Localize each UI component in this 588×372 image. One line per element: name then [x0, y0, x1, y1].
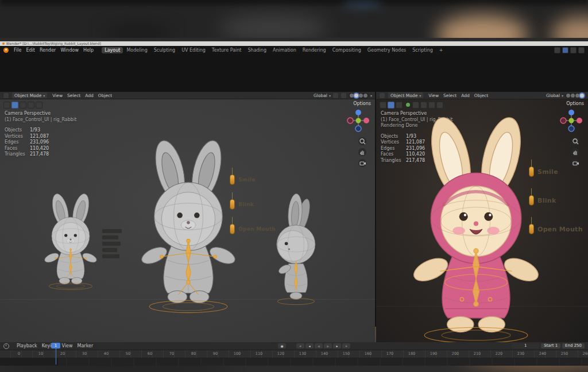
filter-icon[interactable] [570, 47, 577, 53]
rig-label[interactable] [102, 254, 119, 258]
viewport-menu-object[interactable]: Object [472, 93, 490, 98]
workspace-tab-modeling[interactable]: Modeling [123, 47, 150, 53]
slider-handle-icon[interactable] [529, 195, 534, 206]
menu-help[interactable]: Help [81, 48, 96, 53]
zoom-icon[interactable] [358, 137, 366, 145]
navigation-gizmo[interactable] [346, 108, 370, 133]
viewport-menu-view[interactable]: View [50, 93, 65, 98]
pan-hand-icon[interactable] [571, 148, 579, 156]
viewport-menu-select[interactable]: Select [65, 93, 83, 98]
navigation-gizmo[interactable] [559, 108, 583, 133]
workspace-tab-+[interactable]: + [436, 47, 446, 53]
shading-toggle-icon[interactable] [436, 102, 443, 108]
wireframe-shading-icon[interactable] [566, 94, 570, 98]
rig-label[interactable] [102, 242, 121, 246]
cursor-tool-icon[interactable] [11, 102, 18, 108]
rig-label[interactable] [102, 229, 122, 233]
orientation-dropdown[interactable]: Global [314, 93, 327, 98]
zoom-icon[interactable] [571, 137, 579, 145]
options-dropdown[interactable]: Options [566, 101, 584, 106]
viewport-left[interactable]: Camera Perspective (1) Face_Control_UI |… [0, 99, 375, 342]
material-shading-icon[interactable] [359, 94, 363, 98]
workspace-tab-compositing[interactable]: Compositing [330, 47, 364, 53]
snap-magnet-icon[interactable] [332, 92, 339, 99]
next-keyframe-button[interactable]: ▸ [333, 343, 341, 348]
menu-window[interactable]: Window [58, 48, 81, 53]
move-tool-icon[interactable] [396, 102, 403, 108]
viewport-menu-view[interactable]: View [426, 93, 441, 98]
scene-selector-icon[interactable] [554, 47, 560, 53]
jump-to-start-button[interactable]: « [296, 343, 304, 348]
current-frame-field[interactable]: 1 [512, 343, 539, 348]
slider-handle-icon[interactable] [529, 224, 534, 234]
blender-logo-icon[interactable] [3, 48, 9, 53]
viewport-menu-select[interactable]: Select [441, 93, 459, 98]
play-reverse-button[interactable]: ◃ [315, 343, 323, 348]
rig-label[interactable] [102, 248, 117, 252]
menu-edit[interactable]: Edit [24, 48, 37, 53]
slider-handle-icon[interactable] [529, 166, 534, 177]
mode-dropdown[interactable]: Object Mode ▾ [12, 92, 47, 98]
camera-view-icon[interactable] [358, 159, 366, 167]
workspace-tab-shading[interactable]: Shading [245, 47, 269, 53]
slider-handle-icon[interactable] [230, 199, 235, 210]
overlay-toggle-icon[interactable] [420, 102, 427, 108]
timeline-track[interactable] [0, 358, 588, 366]
end-frame-field[interactable]: End 250 [562, 343, 585, 348]
xray-toggle-icon[interactable] [428, 102, 435, 108]
jump-to-end-button[interactable]: » [342, 343, 350, 348]
editor-type-icon[interactable] [379, 92, 385, 99]
timeline-channel-box[interactable] [0, 358, 58, 366]
workspace-tab-uv-editing[interactable]: UV Editing [179, 47, 208, 53]
proportional-edit-icon[interactable] [341, 92, 347, 99]
menu-file[interactable]: File [11, 48, 24, 53]
pan-hand-icon[interactable] [358, 148, 366, 156]
timeline-menu-view[interactable]: View [60, 343, 75, 348]
playhead-frame-badge[interactable]: 1 [51, 343, 60, 348]
workspace-tab-sculpting[interactable]: Sculpting [151, 47, 178, 53]
rendered-shading-icon[interactable] [363, 94, 368, 98]
timeline-ruler[interactable]: 0102030405060708090100110120130140150160… [0, 350, 588, 358]
rotate-tool-icon[interactable] [28, 102, 34, 108]
view-layer-icon[interactable] [562, 47, 568, 53]
start-frame-field[interactable]: Start 1 [541, 343, 560, 348]
material-shading-icon[interactable] [575, 94, 579, 98]
rendered-shading-icon[interactable] [580, 94, 584, 98]
solid-shading-icon[interactable] [571, 94, 575, 98]
auto-key-record-button[interactable]: ◉ [278, 343, 286, 348]
wireframe-bunny-side[interactable] [271, 189, 327, 309]
options-dropdown[interactable]: Options [353, 101, 371, 106]
wireframe-bunny-small[interactable] [37, 190, 105, 292]
workspace-tab-animation[interactable]: Animation [270, 47, 299, 53]
rig-label[interactable] [102, 235, 118, 239]
move-tool-icon[interactable] [20, 102, 26, 108]
menu-render[interactable]: Render [37, 48, 58, 53]
orientation-dropdown[interactable]: Global [546, 93, 560, 98]
play-button[interactable]: ▹ [324, 343, 332, 348]
workspace-tab-texture-paint[interactable]: Texture Paint [209, 47, 245, 53]
viewport-menu-add[interactable]: Add [459, 93, 472, 98]
workspace-tab-rendering[interactable]: Rendering [300, 47, 329, 53]
overlays-dropdown-icon[interactable]: ▾ [370, 94, 372, 98]
select-tool-icon[interactable] [3, 102, 10, 108]
solid-shading-icon[interactable] [354, 94, 358, 98]
cursor-tool-icon[interactable] [388, 102, 394, 108]
workspace-tab-geometry-nodes[interactable]: Geometry Nodes [365, 47, 409, 53]
timeline-menu-marker[interactable]: Marker [75, 343, 96, 348]
workspace-tab-layout[interactable]: Layout [102, 47, 123, 53]
slider-handle-icon[interactable] [230, 224, 235, 234]
editor-type-icon[interactable] [3, 92, 9, 99]
timeline-menu-playback[interactable]: Playback [14, 343, 40, 348]
mode-dropdown[interactable]: Object Mode ▾ [388, 92, 423, 98]
prev-keyframe-button[interactable]: ◂ [305, 343, 314, 348]
wireframe-shading-icon[interactable] [350, 94, 354, 98]
workspace-tab-scripting[interactable]: Scripting [409, 47, 436, 53]
gizmo-toggle-icon[interactable] [412, 102, 419, 108]
viewport-right[interactable]: Camera Perspective (1) Face_Control_UI |… [376, 99, 588, 342]
timeline-editor-icon[interactable] [3, 343, 9, 349]
viewport-menu-object[interactable]: Object [96, 93, 114, 98]
select-tool-icon[interactable] [380, 102, 386, 108]
slider-handle-icon[interactable] [230, 175, 235, 185]
viewport-menu-add[interactable]: Add [83, 93, 96, 98]
render-settings-icon[interactable] [578, 47, 585, 53]
